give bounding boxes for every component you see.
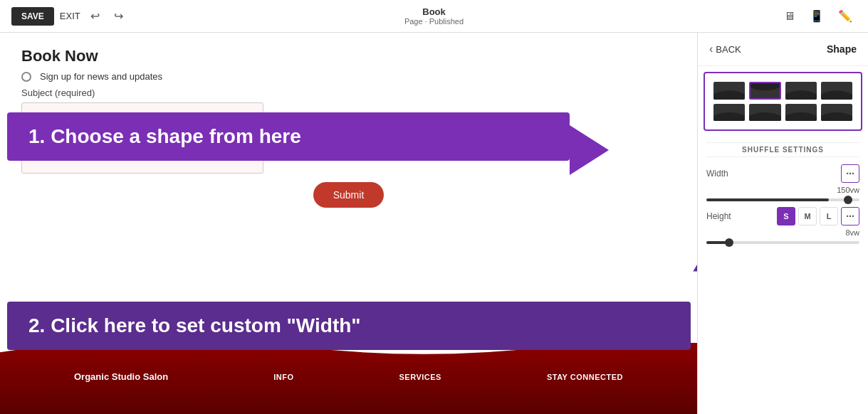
annotation-step2: 2. Click here to set custom "Width" — [7, 302, 691, 350]
size-l-button[interactable]: L — [820, 207, 838, 225]
back-label: BACK — [716, 44, 741, 55]
height-slider-thumb[interactable] — [725, 238, 733, 247]
height-slider-row[interactable] — [706, 240, 859, 250]
width-slider-thumb[interactable] — [844, 196, 852, 204]
exit-button[interactable]: EXIT — [60, 11, 80, 21]
height-label: Height — [706, 211, 731, 221]
footer-services-title: SERVICES — [399, 373, 441, 381]
shape-option-4[interactable] — [821, 82, 852, 100]
width-slider-row[interactable] — [706, 197, 859, 207]
footer-connected-col: STAY CONNECTED — [547, 373, 623, 381]
save-button[interactable]: SAVE — [11, 7, 54, 26]
width-value-row: 150vw — [706, 186, 859, 194]
shape-option-3[interactable] — [785, 82, 817, 100]
main-layout: Book Now Sign up for news and updates Su… — [0, 33, 868, 414]
width-label: Width — [706, 169, 728, 179]
annotation-step1: 1. Choose a shape from here — [7, 112, 570, 161]
arrow-icon-1 — [570, 125, 609, 175]
back-button[interactable]: ‹ BACK — [709, 43, 741, 55]
submit-button[interactable]: Submit — [313, 182, 385, 208]
footer-info-col: INFO — [273, 373, 293, 381]
shape-option-2[interactable] — [749, 82, 780, 100]
signup-label: Sign up for news and updates — [40, 71, 162, 82]
height-value: 8vw — [845, 228, 859, 237]
height-value-row: 8vw — [706, 228, 859, 237]
mobile-view-button[interactable]: 📱 — [805, 6, 828, 26]
edit-button[interactable]: ✏️ — [834, 6, 857, 26]
salon-name: Organic Studio Salon — [74, 371, 168, 382]
toolbar-right: 🖥 📱 ✏️ — [780, 6, 857, 26]
toolbar-center: Book Page · Published — [404, 6, 464, 26]
page-title: Book — [404, 6, 464, 18]
width-dots-button[interactable]: ··· — [841, 164, 859, 183]
size-buttons: S M L ··· — [777, 207, 859, 225]
right-panel: ‹ BACK Shape — [697, 33, 868, 414]
shape-option-8[interactable] — [821, 104, 852, 122]
footer-connected-title: STAY CONNECTED — [547, 373, 623, 381]
panel-header: ‹ BACK Shape — [698, 33, 868, 66]
footer-salon: Organic Studio Salon — [74, 371, 168, 382]
toolbar: SAVE EXIT ↩ ↪ Book Page · Published 🖥 📱 … — [0, 0, 868, 33]
height-dots-button[interactable]: ··· — [841, 207, 859, 225]
shape-option-6[interactable] — [749, 104, 780, 122]
footer: Organic Studio Salon INFO SERVICES STAY … — [0, 343, 697, 414]
shape-option-7[interactable] — [785, 104, 817, 122]
height-control-row: Height S M L ··· — [706, 207, 859, 225]
signup-radio[interactable] — [21, 72, 31, 82]
height-slider-track[interactable] — [706, 241, 859, 244]
undo-button[interactable]: ↩ — [86, 6, 104, 26]
footer-info-title: INFO — [273, 373, 293, 381]
shape-option-5[interactable] — [713, 104, 745, 122]
width-control-row: Width ··· — [706, 164, 859, 183]
footer-services-col: SERVICES — [399, 373, 441, 381]
subject-label: Subject (required) — [21, 87, 676, 98]
arrow-icon-2 — [683, 236, 697, 288]
shape-panel-title: Shape — [827, 43, 857, 55]
shape-option-1[interactable] — [713, 82, 745, 100]
size-m-button[interactable]: M — [798, 207, 817, 225]
signup-row: Sign up for news and updates — [21, 71, 676, 82]
page-subtitle: Page · Published — [404, 17, 464, 26]
size-s-button[interactable]: S — [777, 207, 795, 225]
shape-grid — [704, 72, 862, 131]
width-value: 150vw — [837, 186, 859, 194]
page-content: Book Now Sign up for news and updates Su… — [0, 33, 697, 414]
desktop-view-button[interactable]: 🖥 — [780, 7, 800, 26]
chevron-left-icon: ‹ — [709, 43, 713, 55]
width-slider-fill — [706, 198, 829, 201]
page-canvas: Book Now Sign up for news and updates Su… — [0, 33, 697, 414]
toolbar-left: SAVE EXIT ↩ ↪ — [11, 6, 127, 26]
book-now-heading: Book Now — [0, 33, 697, 71]
shuffle-section: SHUFFLE SETTINGS Width ··· 150vw Height — [698, 137, 868, 255]
redo-button[interactable]: ↪ — [110, 6, 127, 26]
shuffle-settings-label: SHUFFLE SETTINGS — [706, 142, 859, 157]
width-slider-track[interactable] — [706, 198, 859, 201]
